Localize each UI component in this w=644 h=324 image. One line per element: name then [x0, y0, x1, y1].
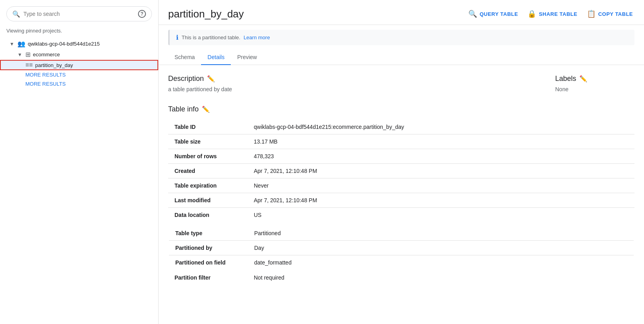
- info-banner: ℹ This is a partitioned table. Learn mor…: [168, 30, 634, 45]
- description-title-text: Description: [168, 75, 204, 83]
- copy-table-label: COPY TABLE: [598, 11, 633, 17]
- table-info-table: Table ID qwiklabs-gcp-04-bdf544d1e215:ec…: [168, 120, 634, 222]
- share-table-label: SHARE TABLE: [539, 11, 577, 17]
- expiration-label: Table expiration: [168, 178, 247, 193]
- share-icon: 🔒: [527, 10, 537, 18]
- copy-icon: 📋: [587, 10, 596, 18]
- labels-edit-icon[interactable]: ✏️: [579, 75, 587, 82]
- labels-title-text: Labels: [555, 75, 576, 83]
- table-info-title-text: Table info: [168, 105, 199, 113]
- table-row[interactable]: ≡≡ partition_by_day: [0, 60, 158, 70]
- project-label: qwiklabs-gcp-04-bdf544d1e215: [28, 41, 100, 47]
- dataset-icon: ⊞: [25, 51, 31, 58]
- partitioned-by-label: Partitioned by: [169, 241, 248, 255]
- main-header: partition_by_day 🔍 QUERY TABLE 🔒 SHARE T…: [159, 0, 644, 25]
- table-info-section: Table info ✏️ Table ID qwiklabs-gcp-04-b…: [168, 105, 634, 285]
- table-row-location: Data location US: [168, 208, 634, 222]
- meta-row: Description ✏️ a table partitioned by da…: [168, 75, 634, 92]
- created-label: Created: [168, 164, 247, 178]
- modified-value: Apr 7, 2021, 12:10:48 PM: [247, 193, 634, 208]
- labels-title: Labels ✏️: [555, 75, 634, 83]
- labels-value: None: [555, 86, 634, 92]
- description-section: Description ✏️ a table partitioned by da…: [168, 75, 523, 92]
- partition-filter-label: Partition filter: [168, 270, 247, 285]
- share-table-button[interactable]: 🔒 SHARE TABLE: [526, 6, 579, 21]
- table-label: partition_by_day: [35, 62, 73, 68]
- search-input[interactable]: [23, 11, 135, 17]
- query-icon: 🔍: [468, 10, 477, 18]
- copy-table-button[interactable]: 📋 COPY TABLE: [585, 6, 634, 21]
- description-title: Description ✏️: [168, 75, 523, 83]
- table-id-label: Table ID: [168, 120, 247, 134]
- num-rows-value: 478,323: [247, 149, 634, 164]
- modified-label: Last modified: [168, 193, 247, 208]
- viewing-pinned-text: Viewing pinned projects.: [0, 28, 158, 38]
- partitioned-by-row: Partitioned by Day: [169, 241, 634, 255]
- location-value: US: [247, 208, 634, 222]
- tab-schema[interactable]: Schema: [168, 50, 201, 65]
- project-icon: 👥: [17, 40, 25, 48]
- tab-preview[interactable]: Preview: [231, 50, 263, 65]
- partitioned-on-field-label: Partitioned on field: [169, 255, 248, 270]
- dataset-chevron: ▼: [17, 52, 23, 58]
- query-table-button[interactable]: 🔍 QUERY TABLE: [467, 6, 520, 21]
- table-size-label: Table size: [168, 134, 247, 149]
- table-row-id: Table ID qwiklabs-gcp-04-bdf544d1e215:ec…: [168, 120, 634, 134]
- search-box[interactable]: 🔍 ?: [6, 6, 152, 21]
- expiration-value: Never: [247, 178, 634, 193]
- table-row-expiration: Table expiration Never: [168, 178, 634, 193]
- help-icon[interactable]: ?: [138, 10, 146, 18]
- search-icon: 🔍: [12, 10, 20, 18]
- project-row[interactable]: ▼ 👥 qwiklabs-gcp-04-bdf544d1e215: [0, 38, 158, 49]
- sidebar: 🔍 ? Viewing pinned projects. ▼ 👥 qwiklab…: [0, 0, 159, 324]
- info-icon: ℹ: [176, 34, 178, 41]
- table-size-value: 13.17 MB: [247, 134, 634, 149]
- partitioned-on-field-row: Partitioned on field date_formatted: [169, 255, 634, 270]
- tab-details[interactable]: Details: [201, 50, 231, 65]
- learn-more-link[interactable]: Learn more: [243, 35, 270, 40]
- main-content: partition_by_day 🔍 QUERY TABLE 🔒 SHARE T…: [159, 0, 644, 324]
- dataset-label: ecommerce: [33, 52, 60, 58]
- table-type-label: Table type: [169, 226, 248, 241]
- table-row-created: Created Apr 7, 2021, 12:10:48 PM: [168, 164, 634, 178]
- table-id-value: qwiklabs-gcp-04-bdf544d1e215:ecommerce.p…: [247, 120, 634, 134]
- dataset-row[interactable]: ▼ ⊞ ecommerce: [0, 49, 158, 60]
- table-row-rows: Number of rows 478,323: [168, 149, 634, 164]
- info-text: This is a partitioned table.: [182, 35, 240, 40]
- partition-filter-row: Partition filter Not required: [168, 270, 634, 285]
- project-chevron: ▼: [10, 41, 15, 47]
- partition-table: Table type Partitioned Partitioned by Da…: [168, 225, 634, 270]
- page-title: partition_by_day: [168, 8, 244, 20]
- partitioned-by-value: Day: [248, 241, 634, 255]
- more-results-2[interactable]: MORE RESULTS: [0, 79, 158, 88]
- table-icon: ≡≡: [25, 61, 33, 69]
- table-row-size: Table size 13.17 MB: [168, 134, 634, 149]
- num-rows-label: Number of rows: [168, 149, 247, 164]
- table-type-value: Partitioned: [248, 226, 634, 241]
- more-results-1[interactable]: MORE RESULTS: [0, 70, 158, 79]
- query-table-label: QUERY TABLE: [479, 11, 518, 17]
- partitioned-on-field-value: date_formatted: [248, 255, 634, 270]
- table-info-title: Table info ✏️: [168, 105, 634, 113]
- description-value: a table partitioned by date: [168, 86, 523, 92]
- labels-section: Labels ✏️ None: [555, 75, 634, 92]
- tabs: Schema Details Preview: [159, 50, 644, 65]
- header-actions: 🔍 QUERY TABLE 🔒 SHARE TABLE 📋 COPY TABLE: [467, 6, 634, 21]
- table-type-row: Table type Partitioned: [169, 226, 634, 241]
- content-area: Description ✏️ a table partitioned by da…: [159, 65, 644, 324]
- location-label: Data location: [168, 208, 247, 222]
- table-row-modified: Last modified Apr 7, 2021, 12:10:48 PM: [168, 193, 634, 208]
- partition-filter-value: Not required: [247, 270, 634, 285]
- partition-filter-table: Partition filter Not required: [168, 270, 634, 285]
- table-info-edit-icon[interactable]: ✏️: [202, 105, 210, 113]
- created-value: Apr 7, 2021, 12:10:48 PM: [247, 164, 634, 178]
- description-edit-icon[interactable]: ✏️: [207, 75, 215, 82]
